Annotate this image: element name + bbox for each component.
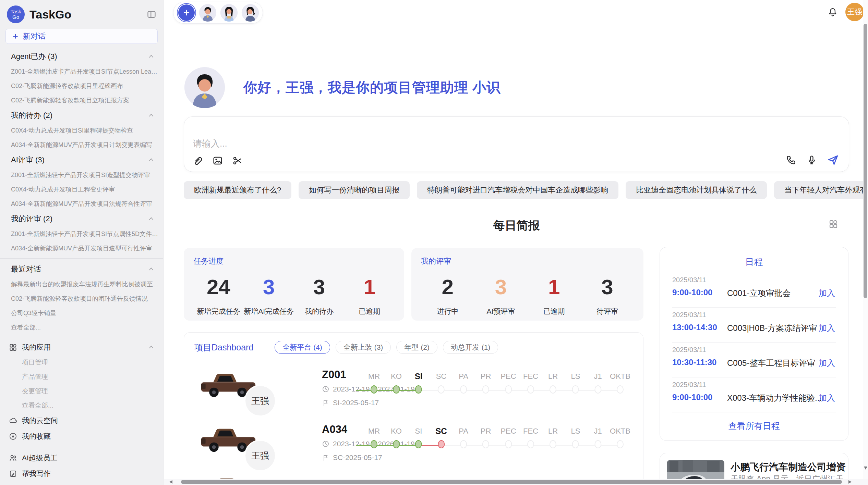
sidebar-app-product-mgmt[interactable]: 产品管理 <box>0 370 163 384</box>
sidebar-item[interactable]: Z001-全新燃油皮卡产品开发项目SI节点Lesson Learn报告 <box>0 64 163 79</box>
new-chat-label: 新对话 <box>23 31 46 41</box>
chat-input[interactable] <box>193 137 707 150</box>
divider <box>0 447 163 447</box>
attachment-icon[interactable] <box>192 155 203 166</box>
writing-icon <box>9 470 17 478</box>
suggestion-chips: 欧洲新规最近颁布了什么? 如何写一份清晰的项目周报 特朗普可能对进口汽车增税会对… <box>184 181 868 199</box>
daily-stat-cards: 任务进度 24 新增完成任务 3 新增AI完成任务 3 我的待办 <box>184 248 643 321</box>
vertical-scroll-thumb[interactable] <box>864 24 867 298</box>
join-link[interactable]: 加入 <box>819 288 835 299</box>
sidebar-item-view-all[interactable]: 查看全部... <box>0 320 163 335</box>
horizontal-scrollbar[interactable] <box>164 479 868 485</box>
vertical-scrollbar[interactable] <box>863 0 868 479</box>
filter-new-body[interactable]: 全新上装 (3) <box>336 341 391 354</box>
sidebar-item[interactable]: C02-飞腾新能源轻客改款项目里程碑画布 <box>0 79 163 93</box>
stat-review-overdue: 1 已逾期 <box>528 275 581 316</box>
sidebar-item-my-apps[interactable]: 我的应用 <box>0 339 163 355</box>
suggestion-chip[interactable]: 当下年轻人对汽车外观有怎样的喜好趋势 <box>774 181 868 199</box>
scroll-down-arrow[interactable] <box>864 467 867 470</box>
join-link[interactable]: 加入 <box>819 323 835 334</box>
sidebar-item-my-cloud[interactable]: 我的云空间 <box>0 413 163 428</box>
sidebar-item[interactable]: C0X4-动力总成开发项目SI里程碑提交物检查 <box>0 123 163 138</box>
add-agent-button[interactable] <box>178 4 195 21</box>
clock-icon <box>322 440 329 448</box>
app-title: TaskGo <box>29 8 147 21</box>
mic-icon[interactable] <box>806 154 817 165</box>
people-icon <box>9 454 17 462</box>
join-link[interactable]: 加入 <box>819 393 835 403</box>
sidebar-item[interactable]: 公司Q3轻卡销量 <box>0 306 163 320</box>
sidebar-item[interactable]: 解释最新出台的欧盟报废车法规再生塑料比例被调至15%... <box>0 277 163 291</box>
chat-input-box[interactable] <box>184 116 849 172</box>
view-all-schedule-link[interactable]: 查看所有日程 <box>660 420 848 432</box>
agent-avatar-bar <box>173 2 263 24</box>
project-row-z001[interactable]: 王强 Z001 2023-12-19 ~ 2027-01-19 SI-2025-… <box>184 365 643 416</box>
project-row-a034[interactable]: 王强 A034 2023-12-19 ~ 2026-01-19 SC-2025-… <box>184 420 643 471</box>
event-time: 9:00-10:00 <box>672 288 712 297</box>
sidebar-item-creative-drawing[interactable]: 创意制图 <box>0 482 163 485</box>
sidebar-section-ai-review[interactable]: AI评审 (3) <box>0 152 163 168</box>
join-link[interactable]: 加入 <box>819 358 835 369</box>
filter-new-platform[interactable]: 全新平台 (4) <box>275 341 330 354</box>
my-review-title: 我的评审 <box>421 256 634 266</box>
section-title: 我的评审 (2) <box>11 214 52 224</box>
scroll-left-arrow[interactable] <box>169 480 172 484</box>
filter-model-year[interactable]: 年型 (2) <box>396 341 437 354</box>
event-time: 9:00-10:00 <box>672 393 712 402</box>
suggestion-chip[interactable]: 特朗普可能对进口汽车增税会对中国车企造成哪些影响 <box>417 181 618 199</box>
sidebar-app-project-mgmt[interactable]: 项目管理 <box>0 355 163 370</box>
layout-grid-icon[interactable] <box>829 219 838 229</box>
ai-super-staff-label: AI超级员工 <box>22 453 155 463</box>
sidebar-item[interactable]: A034-全新新能源MUV产品开发项目造型可行性评审 <box>0 241 163 256</box>
sidebar-item-ai-super-staff[interactable]: AI超级员工 <box>0 450 163 466</box>
agent-avatar-3[interactable] <box>241 4 259 22</box>
sidebar-section-agent-done[interactable]: Agent已办 (3) <box>0 49 163 64</box>
sidebar-item[interactable]: C0X4-动力总成开发项目工程变更评审 <box>0 182 163 197</box>
sidebar-app-change-mgmt[interactable]: 变更管理 <box>0 384 163 398</box>
sidebar-item[interactable]: Z001-全新燃油轻卡产品开发项目SI节点属性5D文件评审 <box>0 227 163 241</box>
project-owner-badge: 王强 <box>244 385 276 416</box>
schedule-event: 2025/03/11 9:00-10:00 C001-立项审批会 加入 <box>660 273 848 308</box>
sidebar-item[interactable]: C02-飞腾新能源轻客改款项目立项汇报方案 <box>0 93 163 108</box>
sidebar-section-my-review[interactable]: 我的评审 (2) <box>0 211 163 227</box>
sidebar-item-my-favorites[interactable]: 我的收藏 <box>0 428 163 444</box>
event-name: C005-整车工程目标评审 <box>727 358 823 369</box>
event-date: 2025/03/11 <box>672 381 706 389</box>
sidebar-item[interactable]: C02-飞腾新能源轻客改款项目的闭环通告反馈情况 <box>0 291 163 306</box>
sidebar-item[interactable]: A034-全新新能源MUV产品开发项目法规符合性评审 <box>0 197 163 211</box>
agent-avatar-1[interactable] <box>199 4 217 22</box>
event-name: C001-立项审批会 <box>727 288 823 299</box>
scissors-icon[interactable] <box>232 155 243 166</box>
sidebar-item-help-me-write[interactable]: 帮我写作 <box>0 466 163 482</box>
new-chat-button[interactable]: 新对话 <box>5 29 158 44</box>
milestone-dot-todo <box>617 440 624 448</box>
sidebar-section-recent[interactable]: 最近对话 <box>0 261 163 277</box>
filter-powertrain[interactable]: 动总开发 (1) <box>443 341 498 354</box>
cloud-icon <box>9 416 17 425</box>
event-name: C003|H0B-方案冻结评审 <box>727 323 823 334</box>
horizontal-scroll-thumb[interactable] <box>181 480 842 484</box>
stat-overdue: 1 已逾期 <box>344 275 395 316</box>
suggestion-chip[interactable]: 如何写一份清晰的项目周报 <box>299 181 410 199</box>
sidebar-section-my-todo[interactable]: 我的待办 (2) <box>0 108 163 123</box>
user-avatar[interactable]: 王强 <box>845 3 864 21</box>
send-icon[interactable] <box>827 154 839 166</box>
greeting-block: 你好，王强，我是你的项目管理助理 小识 <box>184 66 501 108</box>
logo-line1: Task <box>11 9 21 14</box>
milestone-dot-todo <box>617 385 624 394</box>
chevron-up-icon <box>147 156 155 164</box>
agent-avatar-2[interactable] <box>220 4 238 22</box>
suggestion-chip[interactable]: 比亚迪全固态电池计划具体说了什么 <box>626 181 767 199</box>
image-icon[interactable] <box>212 155 223 166</box>
collapse-sidebar-icon[interactable] <box>147 10 156 19</box>
sidebar-item[interactable]: A034-全新新能源MUV产品开发项目计划变更表编写 <box>0 138 163 152</box>
dashboard-title: 项目Dashboard <box>194 342 253 353</box>
phone-icon[interactable] <box>786 154 797 165</box>
sidebar-app-view-all[interactable]: 查看全部... <box>0 398 163 413</box>
notification-bell-icon[interactable] <box>828 7 838 17</box>
suggestion-chip[interactable]: 欧洲新规最近颁布了什么? <box>184 181 291 199</box>
scroll-right-arrow[interactable] <box>848 480 852 484</box>
flag-icon <box>322 399 329 407</box>
sidebar-list: Agent已办 (3) Z001-全新燃油皮卡产品开发项目SI节点Lesson … <box>0 49 163 485</box>
sidebar-item[interactable]: Z001-全新燃油轻卡产品开发项目SI造型提交物评审 <box>0 168 163 182</box>
